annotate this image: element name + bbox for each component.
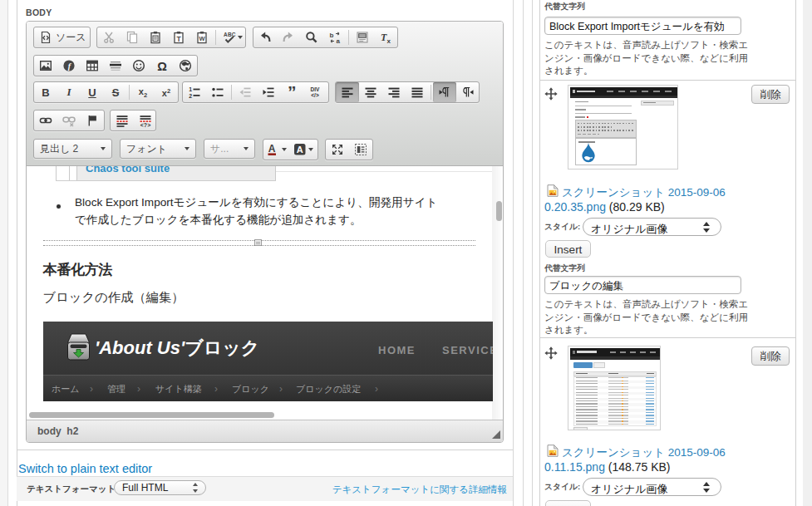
svg-text:b: b	[330, 32, 334, 39]
svg-text:A: A	[297, 145, 303, 155]
svg-text:DIV: DIV	[311, 86, 321, 92]
svg-text:A: A	[268, 143, 276, 155]
svg-text:</>: </>	[311, 92, 319, 98]
svg-text:T: T	[176, 35, 181, 43]
svg-text:W: W	[199, 35, 205, 42]
svg-text:<?>: <?>	[140, 122, 150, 128]
svg-text:ABC: ABC	[224, 32, 236, 37]
svg-text:2: 2	[189, 93, 192, 99]
svg-text:Ω: Ω	[157, 60, 167, 73]
svg-text:1: 1	[189, 86, 192, 92]
svg-text:”: ”	[288, 86, 297, 99]
svg-text:x: x	[387, 37, 391, 44]
svg-text:a: a	[337, 37, 341, 45]
